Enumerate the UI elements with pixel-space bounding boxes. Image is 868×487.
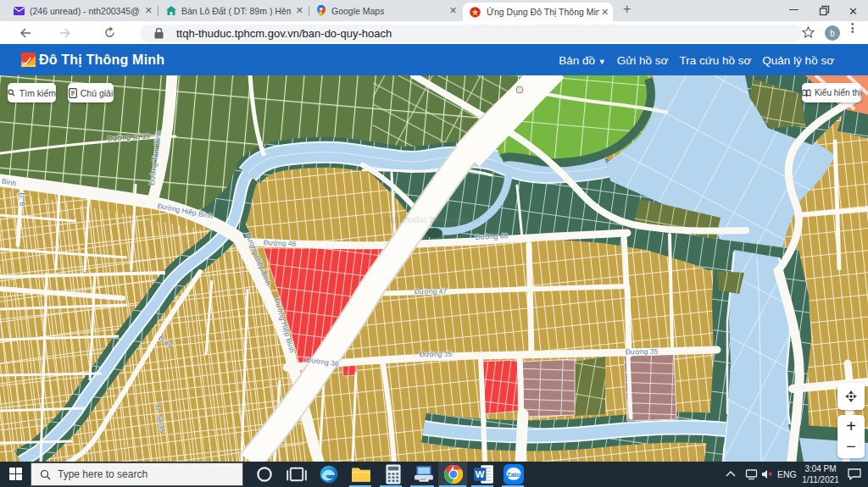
svg-text:ttqh-thuduc.tphcm.gov.vn: ttqh-thuduc.tphcm.gov.vn <box>385 215 480 224</box>
svg-text:Đường 48: Đường 48 <box>475 231 508 241</box>
svg-text:Đường 35: Đường 35 <box>420 350 453 359</box>
svg-text:Zalo: Zalo <box>507 471 521 479</box>
svg-text:Đường 47: Đường 47 <box>415 287 448 296</box>
svg-text:Đường 46: Đường 46 <box>264 238 297 247</box>
svg-text:Đường 35: Đường 35 <box>626 347 659 357</box>
svg-text:Đ. B: Đ. B <box>17 192 26 208</box>
svg-text:W: W <box>476 469 485 479</box>
